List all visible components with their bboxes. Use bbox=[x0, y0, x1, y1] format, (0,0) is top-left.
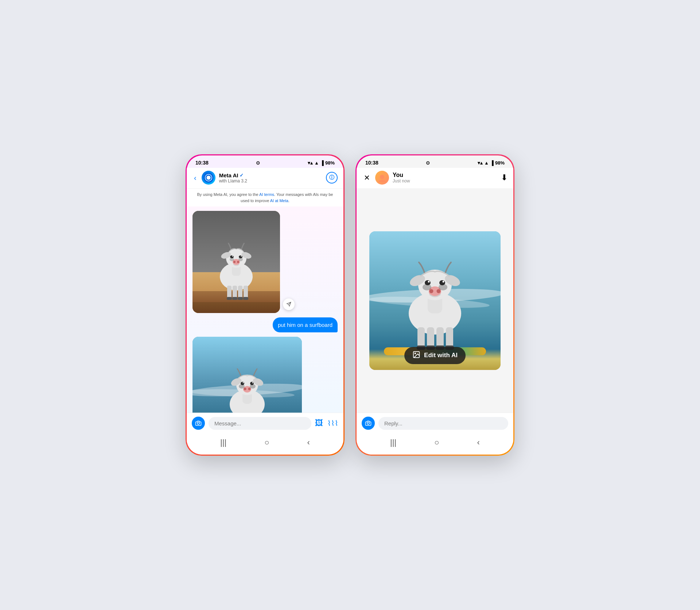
svg-point-57 bbox=[443, 281, 444, 282]
svg-point-73 bbox=[367, 422, 369, 424]
nav-back-left[interactable]: ‹ bbox=[307, 438, 310, 447]
edit-with-ai-button[interactable]: Edit with AI bbox=[404, 347, 466, 364]
disclaimer-end: . bbox=[288, 198, 289, 203]
status-bar-left: 10:38 ⊙ ▾▴ ▲ ▐ 98% bbox=[187, 155, 343, 168]
goat-svg-1 bbox=[207, 229, 265, 302]
battery-icon: ▐ bbox=[320, 160, 324, 166]
reply-camera-button[interactable] bbox=[362, 417, 375, 430]
surfboard-text: put him on a surfboard bbox=[278, 322, 332, 328]
header-info-left: Meta AI ✓ with Llama 3.2 bbox=[219, 172, 322, 184]
msg-row-image2 bbox=[192, 337, 338, 413]
svg-point-13 bbox=[233, 261, 236, 263]
msg-row-image1 bbox=[192, 211, 338, 313]
image-message-1[interactable] bbox=[192, 211, 280, 313]
chat-area-right: Edit with AI bbox=[357, 188, 513, 413]
right-phone: 10:38 ⊙ ▾▴ ▲ ▐ 98% ✕ You Just now ⬇ bbox=[357, 155, 513, 455]
goat-original-image bbox=[192, 211, 280, 313]
svg-rect-65 bbox=[436, 327, 444, 347]
svg-point-33 bbox=[252, 382, 253, 383]
voice-icon[interactable]: ⌇⌇⌇ bbox=[327, 419, 338, 428]
right-image-container[interactable]: Edit with AI bbox=[369, 231, 501, 370]
status-icons-right: ▾▴ ▲ ▐ 98% bbox=[478, 160, 505, 166]
reply-area bbox=[357, 413, 513, 433]
battery-pct-left: 98% bbox=[325, 160, 335, 166]
info-button[interactable]: ⓘ bbox=[326, 172, 338, 184]
right-phone-wrapper: 10:38 ⊙ ▾▴ ▲ ▐ 98% ✕ You Just now ⬇ bbox=[355, 154, 514, 456]
svg-point-23 bbox=[230, 258, 234, 261]
svg-rect-19 bbox=[227, 297, 232, 300]
goat-svg-right bbox=[388, 244, 482, 354]
time-right: 10:38 bbox=[365, 160, 378, 166]
nav-back-right[interactable]: ‹ bbox=[477, 438, 480, 447]
right-header-info: You Just now bbox=[393, 172, 497, 184]
image-picker-icon[interactable]: 🖼 bbox=[315, 418, 323, 428]
right-header-name: You bbox=[393, 172, 497, 178]
edit-ai-icon bbox=[412, 351, 420, 360]
status-icons-left: ▾▴ ▲ ▐ 98% bbox=[308, 160, 335, 166]
svg-rect-64 bbox=[427, 327, 434, 347]
svg-point-61 bbox=[423, 284, 431, 290]
camera-status-icon: ⊙ bbox=[256, 160, 260, 166]
svg-point-14 bbox=[237, 261, 239, 263]
ai-at-meta-link[interactable]: AI at Meta bbox=[270, 198, 288, 203]
nav-home-right[interactable]: ○ bbox=[434, 438, 439, 447]
input-area-left: 🖼 ⌇⌇⌇ bbox=[187, 413, 343, 433]
svg-point-11 bbox=[241, 256, 242, 257]
goat-svg-2 bbox=[216, 355, 278, 413]
nav-menu-left[interactable]: ||| bbox=[220, 438, 226, 447]
back-button[interactable]: ‹ bbox=[192, 172, 198, 184]
svg-point-38 bbox=[250, 384, 256, 389]
svg-point-56 bbox=[428, 281, 430, 282]
signal-icon-right: ▲ bbox=[484, 160, 489, 166]
goat-surfboard-image bbox=[192, 337, 302, 413]
camera-button[interactable] bbox=[192, 417, 205, 430]
svg-rect-15 bbox=[227, 286, 232, 298]
svg-point-37 bbox=[239, 384, 245, 389]
download-button[interactable]: ⬇ bbox=[501, 173, 508, 182]
svg-point-32 bbox=[243, 382, 244, 383]
svg-point-60 bbox=[437, 289, 441, 293]
svg-rect-63 bbox=[417, 327, 425, 347]
svg-point-62 bbox=[439, 284, 447, 290]
wifi-icon-right: ▾▴ bbox=[478, 160, 483, 166]
nav-home-left[interactable]: ○ bbox=[264, 438, 269, 447]
status-bar-right: 10:38 ⊙ ▾▴ ▲ ▐ 98% bbox=[357, 155, 513, 168]
surfboard-message: put him on a surfboard bbox=[273, 317, 338, 332]
svg-rect-66 bbox=[446, 327, 453, 347]
message-input[interactable] bbox=[209, 417, 311, 430]
svg-point-35 bbox=[244, 388, 246, 390]
svg-rect-18 bbox=[244, 286, 248, 298]
svg-point-59 bbox=[429, 289, 433, 293]
left-phone-wrapper: 10:38 ⊙ ▾▴ ▲ ▐ 98% ‹ bbox=[186, 154, 345, 456]
user-avatar bbox=[375, 171, 389, 185]
disclaimer-text: By using Meta AI, you agree to the AI te… bbox=[187, 189, 343, 206]
svg-rect-16 bbox=[233, 286, 237, 298]
input-actions: 🖼 ⌇⌇⌇ bbox=[315, 418, 338, 428]
meta-ai-avatar bbox=[202, 171, 215, 185]
forward-icon-1[interactable] bbox=[283, 298, 295, 310]
header-name-left: Meta AI ✓ bbox=[219, 172, 322, 178]
svg-rect-20 bbox=[232, 297, 237, 300]
svg-point-10 bbox=[232, 256, 233, 257]
nav-menu-right[interactable]: ||| bbox=[390, 438, 396, 447]
battery-pct-right: 98% bbox=[495, 160, 505, 166]
msg-row-text: put him on a surfboard bbox=[192, 317, 338, 332]
ai-terms-link[interactable]: AI terms bbox=[259, 192, 274, 197]
edit-ai-label: Edit with AI bbox=[424, 352, 458, 359]
svg-rect-22 bbox=[243, 297, 248, 300]
close-button[interactable]: ✕ bbox=[362, 172, 372, 184]
svg-point-72 bbox=[415, 353, 416, 354]
svg-rect-21 bbox=[238, 297, 243, 300]
verified-badge: ✓ bbox=[240, 173, 244, 178]
chat-area-left: put him on a surfboard bbox=[187, 206, 343, 413]
bottom-nav-right: ||| ○ ‹ bbox=[357, 433, 513, 455]
image-message-2[interactable] bbox=[192, 337, 302, 413]
left-phone: 10:38 ⊙ ▾▴ ▲ ▐ 98% ‹ bbox=[187, 155, 343, 455]
wifi-icon: ▾▴ bbox=[308, 160, 313, 166]
chat-header-left: ‹ bbox=[187, 168, 343, 189]
battery-icon-right: ▐ bbox=[490, 160, 494, 166]
signal-icon: ▲ bbox=[314, 160, 319, 166]
svg-point-24 bbox=[238, 258, 243, 261]
bottom-nav-left: ||| ○ ‹ bbox=[187, 433, 343, 455]
reply-input[interactable] bbox=[378, 417, 508, 430]
